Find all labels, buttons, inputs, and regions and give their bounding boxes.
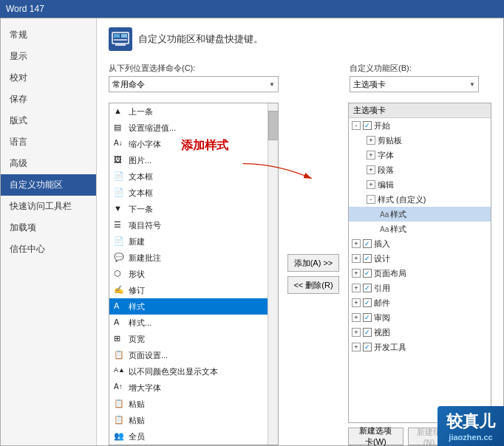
tree-item-review[interactable]: + 审阅: [349, 310, 491, 325]
list-scrollbar[interactable]: [268, 103, 278, 445]
expand-icon[interactable]: +: [352, 343, 361, 351]
tree-header: 主选项卡: [349, 103, 491, 118]
list-item[interactable]: 📄 新建: [109, 233, 278, 250]
list-item[interactable]: ▤ 设置缩进值...: [109, 120, 278, 136]
sidebar-item-trust-center[interactable]: 信任中心: [1, 239, 96, 260]
list-item[interactable]: 💬 新建批注: [109, 250, 278, 266]
tree-item-references[interactable]: + 引用: [349, 281, 491, 295]
item-icon: 👥: [114, 431, 126, 442]
list-item[interactable]: ☰ 项目符号: [109, 217, 278, 233]
dialog-header-title: 自定义功能区和键盘快捷键。: [138, 32, 263, 46]
watermark: 较真儿 jiaozhen.cc: [437, 406, 504, 446]
item-icon: 📋: [114, 415, 126, 425]
tree-item-styles-leaf1[interactable]: Aa 样式: [349, 207, 491, 222]
tree-item-page-layout[interactable]: + 页面布局: [349, 266, 491, 281]
svg-rect-4: [115, 44, 126, 46]
expand-icon[interactable]: +: [352, 298, 361, 307]
checkbox-developer[interactable]: [363, 343, 372, 351]
list-item[interactable]: 📋 页面设置...: [109, 347, 278, 363]
tree-item-insert[interactable]: + 插入: [349, 236, 491, 251]
from-dropdown[interactable]: 常用命令 ▼: [109, 76, 279, 92]
item-icon: 🖼: [114, 155, 126, 165]
expand-icon[interactable]: +: [352, 313, 361, 322]
tree-item-view[interactable]: + 视图: [349, 325, 491, 340]
add-button[interactable]: 添加(A) >>: [287, 254, 339, 272]
list-item[interactable]: A↑ 增大字体: [109, 380, 278, 396]
list-item[interactable]: 👥 全员: [109, 428, 278, 445]
expand-icon[interactable]: -: [352, 121, 361, 130]
middle-buttons: 添加(A) >> << 删除(R): [285, 103, 342, 445]
sidebar-item-proofing[interactable]: 校对: [1, 67, 96, 89]
sidebar-item-language[interactable]: 语言: [1, 131, 96, 153]
item-icon: ⬡: [114, 269, 126, 279]
tree-item-font[interactable]: + 字体: [349, 148, 491, 162]
sidebar-item-general[interactable]: 常规: [1, 24, 96, 46]
tree-item-developer[interactable]: + 开发工具: [349, 340, 491, 354]
list-item[interactable]: ✍ 修订: [109, 282, 278, 298]
list-item[interactable]: 📄 文本框: [109, 168, 278, 185]
checkbox-page-layout[interactable]: [363, 269, 372, 278]
svg-rect-1: [114, 34, 120, 38]
list-item[interactable]: ▼ 下一条: [109, 201, 278, 217]
list-item[interactable]: 📄 文本框: [109, 185, 278, 201]
tree-item-design[interactable]: + 设计: [349, 251, 491, 266]
sidebar-item-save[interactable]: 保存: [1, 89, 96, 110]
item-icon: A: [114, 301, 126, 312]
list-item[interactable]: ⊞ 页宽: [109, 331, 278, 347]
tree-item-styles-custom[interactable]: - 样式 (自定义): [349, 192, 491, 207]
item-icon: ▲: [114, 106, 126, 117]
list-item[interactable]: ⬡ 形状: [109, 266, 278, 282]
scrollbar-thumb[interactable]: [268, 111, 279, 140]
tree-item-mail[interactable]: + 邮件: [349, 295, 491, 310]
tree-item-clipboard[interactable]: + 剪贴板: [349, 133, 491, 148]
list-item[interactable]: 🖼 图片...: [109, 152, 278, 168]
sidebar-item-advanced[interactable]: 高级: [1, 153, 96, 174]
title-bar: Word 147: [0, 0, 504, 18]
from-dropdown-value: 常用命令: [112, 79, 145, 90]
sidebar-item-quick-access[interactable]: 快速访问工具栏: [1, 196, 96, 217]
tree-item-start[interactable]: - 开始: [349, 118, 491, 133]
new-tab-button[interactable]: 新建选项卡(W): [348, 428, 403, 445]
checkbox-view[interactable]: [363, 328, 372, 337]
title-text: Word 147: [6, 4, 44, 14]
expand-icon[interactable]: +: [352, 269, 361, 278]
item-icon: A▲: [114, 366, 126, 377]
tree-item-edit[interactable]: + 编辑: [349, 177, 491, 192]
tree-item-paragraph[interactable]: + 段落: [349, 162, 491, 177]
list-item-styles-selected[interactable]: A 样式: [109, 298, 278, 315]
sidebar-item-addins[interactable]: 加载项: [1, 217, 96, 239]
checkbox-start[interactable]: [363, 121, 372, 130]
to-dropdown[interactable]: 主选项卡 ▼: [350, 76, 479, 92]
list-item[interactable]: ▲ 上一条: [109, 103, 278, 120]
list-item[interactable]: 📋 粘贴: [109, 396, 278, 412]
expand-icon[interactable]: +: [352, 328, 361, 337]
checkbox-design[interactable]: [363, 254, 372, 263]
tree-panel: 主选项卡 - 开始 + 剪贴板 + 字体: [348, 103, 491, 423]
checkbox-review[interactable]: [363, 313, 372, 322]
item-icon: A↓: [114, 139, 126, 149]
list-item[interactable]: A▲ 以不同颜色突出显示文本: [109, 363, 278, 380]
list-item[interactable]: 📋 粘贴: [109, 412, 278, 428]
from-label: 从下列位置选择命令(C):: [109, 63, 279, 74]
remove-button[interactable]: << 删除(R): [287, 276, 339, 294]
tree-item-styles-leaf2[interactable]: Aa 样式: [349, 222, 491, 236]
list-item[interactable]: A↓ 缩小字体: [109, 136, 278, 152]
expand-icon[interactable]: +: [352, 239, 361, 248]
expand-icon[interactable]: +: [352, 254, 361, 263]
expand-icon[interactable]: -: [367, 195, 375, 204]
expand-icon[interactable]: +: [367, 165, 375, 174]
checkbox-insert[interactable]: [363, 239, 372, 248]
checkbox-mail[interactable]: [363, 298, 372, 307]
dialog-container: 常规 显示 校对 保存 版式 语言 高级 自定义功能区 快速访问工具栏 加载项 …: [0, 18, 504, 446]
expand-icon[interactable]: +: [367, 180, 375, 189]
list-item[interactable]: A 样式...: [109, 315, 278, 331]
expand-icon[interactable]: +: [367, 136, 375, 145]
to-dropdown-value: 主选项卡: [353, 79, 386, 90]
sidebar-item-layout[interactable]: 版式: [1, 110, 96, 131]
sidebar: 常规 显示 校对 保存 版式 语言 高级 自定义功能区 快速访问工具栏 加载项 …: [1, 18, 97, 445]
expand-icon[interactable]: +: [367, 151, 375, 159]
sidebar-item-customize-ribbon[interactable]: 自定义功能区: [1, 174, 96, 196]
expand-icon[interactable]: +: [352, 284, 361, 292]
checkbox-references[interactable]: [363, 284, 372, 292]
sidebar-item-display[interactable]: 显示: [1, 46, 96, 67]
